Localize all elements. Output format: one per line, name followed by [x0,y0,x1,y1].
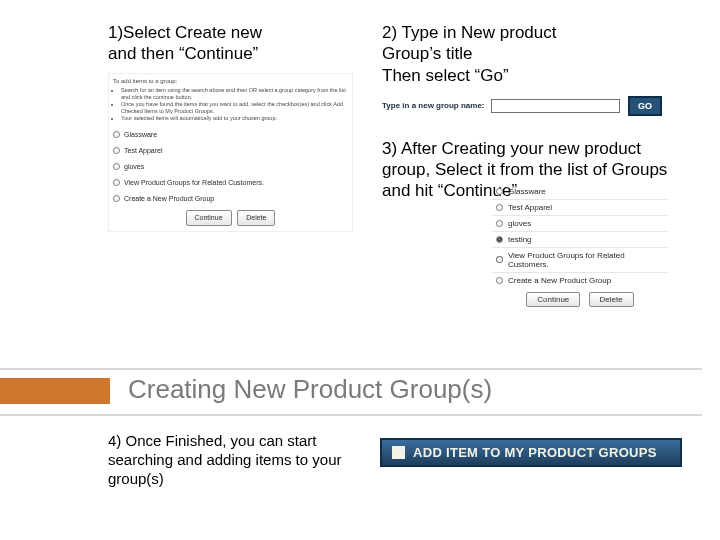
mini3-option: Glassware [508,187,546,196]
mini1-option: View Product Groups for Related Customer… [124,178,264,187]
step2-screenshot: Type in a new group name: GO [382,96,662,116]
banner-bottom-line [0,414,702,416]
radio-icon[interactable] [496,256,503,263]
step1-column: 1)Select Create new and then “Continue” … [108,22,376,309]
add-item-icon [392,446,405,459]
mini1-bullet: Your selected items will automatically a… [121,115,348,122]
radio-icon[interactable] [496,236,503,243]
radio-icon[interactable] [113,131,120,138]
radio-icon[interactable] [496,204,503,211]
radio-icon[interactable] [113,195,120,202]
mini3-option: View Product Groups for Related Customer… [508,251,664,269]
mini1-option: Create a New Product Group [124,194,214,203]
step2-line2: Group’s title [382,43,686,64]
mini2-label: Type in a new group name: [382,101,485,110]
radio-icon[interactable] [113,147,120,154]
mini3-option: Create a New Product Group [508,276,611,285]
radio-icon[interactable] [496,277,503,284]
radio-icon[interactable] [113,163,120,170]
mini1-bullet: Search for an item using the search abov… [121,87,348,101]
go-button[interactable]: GO [628,96,662,116]
mini1-option: Glassware [124,130,157,139]
banner-top-line [0,368,702,370]
mini1-option: gloves [124,162,144,171]
radio-icon[interactable] [496,188,503,195]
banner-accent [0,378,110,404]
step3-screenshot: Glassware Test Apparel gloves testing Vi… [492,184,668,309]
step2-line3: Then select “Go” [382,65,686,86]
step1-line1: 1)Select Create new [108,22,376,43]
continue-button[interactable]: Continue [526,292,580,307]
mini1-option: Test Apparel [124,146,163,155]
step4-text: 4) Once Finished, you can start searchin… [108,432,358,488]
mini1-intro: To add items to a group: [113,77,348,85]
step1-screenshot: To add items to a group: Search for an i… [108,73,353,232]
step2-line1: 2) Type in New product [382,22,686,43]
delete-button[interactable]: Delete [589,292,634,307]
add-item-label: ADD ITEM TO MY PRODUCT GROUPS [413,445,657,460]
radio-icon[interactable] [113,179,120,186]
add-item-button[interactable]: ADD ITEM TO MY PRODUCT GROUPS [380,438,682,467]
delete-button[interactable]: Delete [237,210,275,225]
group-name-input[interactable] [491,99,620,113]
step1-line2: and then “Continue” [108,43,376,64]
page-title: Creating New Product Group(s) [128,374,492,405]
mini1-bullet: Once you have found the items that you w… [121,101,348,115]
mini3-option: gloves [508,219,531,228]
continue-button[interactable]: Continue [186,210,232,225]
radio-icon[interactable] [496,220,503,227]
mini3-option: testing [508,235,532,244]
mini3-option: Test Apparel [508,203,552,212]
